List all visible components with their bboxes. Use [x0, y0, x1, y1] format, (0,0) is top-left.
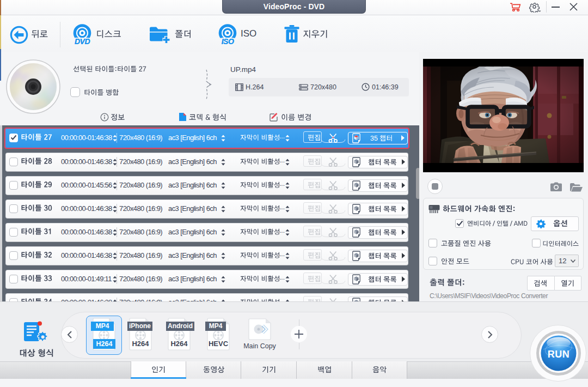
svg-text:ISO: ISO	[222, 37, 234, 46]
svg-text:RUN: RUN	[548, 349, 570, 360]
svg-text:DVD: DVD	[75, 37, 90, 46]
